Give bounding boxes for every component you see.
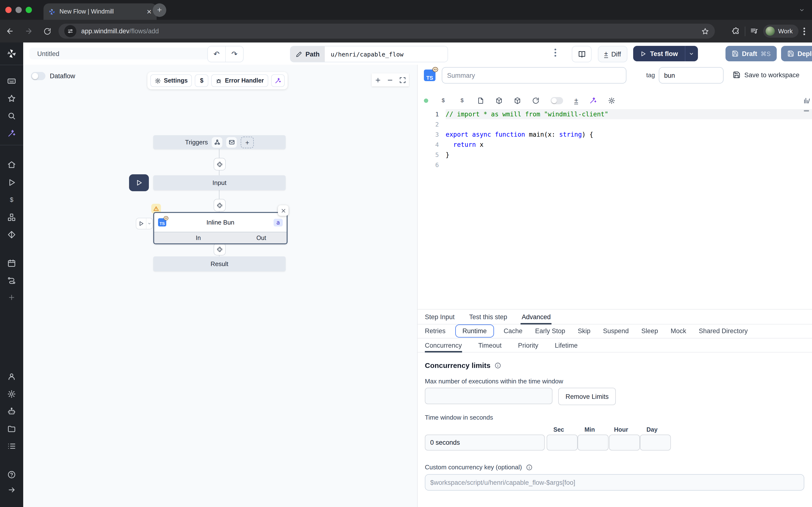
runtime-tab-lifetime[interactable]: Lifetime: [555, 338, 578, 352]
tab-search-chevron-icon[interactable]: [796, 5, 808, 15]
library-icon[interactable]: [803, 97, 811, 104]
path-value[interactable]: u/henri/capable_flow: [325, 46, 448, 62]
unit-input-sec[interactable]: [547, 435, 577, 451]
windmill-logo[interactable]: [0, 48, 23, 59]
package-icon[interactable]: [495, 97, 503, 104]
docs-button[interactable]: [572, 46, 592, 62]
advanced-tab-suspend[interactable]: Suspend: [603, 327, 629, 335]
run-step-chevron-icon[interactable]: [146, 218, 152, 229]
flow-variables-button[interactable]: $: [195, 74, 209, 87]
flow-canvas[interactable]: Dataflow Settings $ Error Handler: [23, 65, 418, 507]
advanced-tab-cache[interactable]: Cache: [504, 327, 522, 335]
variables-icon[interactable]: $: [0, 195, 23, 204]
email-trigger-button[interactable]: [226, 137, 237, 148]
run-flow-play-button[interactable]: [129, 174, 149, 191]
redo-button[interactable]: ↷: [225, 46, 243, 62]
minimize-window-button[interactable]: [15, 7, 22, 13]
tab-test-this-step[interactable]: Test this step: [469, 309, 507, 324]
collapse-sidebar-icon[interactable]: [0, 486, 23, 494]
runtime-tab-concurrency[interactable]: Concurrency: [425, 338, 462, 352]
ai-magic-wand-icon[interactable]: [589, 97, 597, 104]
schedules-icon[interactable]: [0, 259, 23, 268]
keyboard-icon[interactable]: [0, 77, 23, 86]
insert-step-button[interactable]: [214, 158, 226, 170]
max-executions-input[interactable]: [425, 388, 552, 404]
folders-icon[interactable]: [0, 425, 23, 433]
code-line-3[interactable]: 3export async function main(x: string) {: [418, 129, 812, 139]
diff-icon[interactable]: ±: [574, 96, 578, 105]
run-step-split-button[interactable]: [136, 218, 153, 229]
reset-icon[interactable]: [532, 97, 540, 104]
new-tab-button[interactable]: +: [153, 3, 166, 17]
step-in-handle[interactable]: In: [196, 234, 201, 241]
input-node[interactable]: Input: [153, 175, 286, 190]
fit-view-icon[interactable]: [399, 76, 406, 83]
code-line-6[interactable]: 6: [418, 160, 812, 170]
variable-picker-icon[interactable]: $: [439, 97, 447, 104]
code-line-5[interactable]: 5}: [418, 150, 812, 160]
custom-concurrency-key-input[interactable]: [425, 474, 804, 491]
insert-step-button[interactable]: [214, 199, 226, 212]
tab-advanced[interactable]: Advanced: [522, 309, 551, 324]
script-icon[interactable]: [477, 97, 484, 104]
tab-step-input[interactable]: Step Input: [425, 309, 455, 324]
undo-button[interactable]: ↶: [208, 46, 225, 62]
settings-gear-icon[interactable]: [0, 390, 23, 398]
save-draft-button[interactable]: Draft ⌘S: [725, 46, 777, 61]
browser-tab[interactable]: New Flow | Windmill ✕: [44, 3, 157, 20]
tag-input[interactable]: [659, 67, 723, 83]
help-icon[interactable]: [0, 470, 23, 479]
browser-profile-chip[interactable]: Work: [763, 24, 799, 38]
zoom-window-button[interactable]: [26, 7, 32, 13]
diff-button[interactable]: ± Diff: [598, 46, 627, 62]
runs-icon[interactable]: [0, 178, 23, 187]
deploy-button[interactable]: Deploy: [781, 46, 812, 61]
unit-input-min[interactable]: [577, 435, 609, 451]
ai-magic-wand-icon[interactable]: [0, 129, 23, 137]
info-icon[interactable]: [526, 464, 532, 470]
window-controls[interactable]: [5, 7, 32, 13]
test-flow-dropdown[interactable]: [684, 46, 698, 61]
media-controls-icon[interactable]: [750, 27, 758, 35]
routes-icon[interactable]: [0, 276, 23, 285]
runtime-tab-timeout[interactable]: Timeout: [478, 338, 502, 352]
advanced-tab-early-stop[interactable]: Early Stop: [535, 327, 565, 335]
test-flow-button[interactable]: Test flow: [633, 46, 698, 61]
resource-picker-icon[interactable]: $: [458, 97, 466, 104]
scrollbar-thumb[interactable]: [804, 110, 809, 112]
add-trigger-button[interactable]: +: [241, 136, 254, 148]
code-line-2[interactable]: 2: [418, 119, 812, 129]
code-editor[interactable]: 1// import * as wmill from "windmill-cli…: [418, 109, 812, 309]
insert-step-button[interactable]: [214, 243, 226, 256]
step-out-handle[interactable]: Out: [256, 234, 266, 241]
path-field[interactable]: Path u/henri/capable_flow: [290, 46, 448, 62]
site-settings-icon[interactable]: [64, 25, 77, 37]
delete-step-button[interactable]: [278, 205, 289, 216]
zoom-out-icon[interactable]: [387, 76, 394, 83]
advanced-tab-retries[interactable]: Retries: [425, 327, 446, 335]
audit-logs-icon[interactable]: [0, 442, 23, 451]
time-window-input[interactable]: [425, 435, 545, 451]
flow-name-input[interactable]: [30, 48, 214, 59]
reload-icon[interactable]: [44, 27, 51, 35]
runtime-tab-priority[interactable]: Priority: [518, 338, 539, 352]
back-icon[interactable]: [6, 27, 14, 35]
editor-toggle[interactable]: [551, 97, 563, 104]
resources-icon[interactable]: [0, 213, 23, 222]
unit-input-hour[interactable]: [609, 435, 640, 451]
workers-icon[interactable]: [0, 407, 23, 416]
summary-input[interactable]: [442, 67, 626, 83]
save-to-workspace-button[interactable]: Save to workspace: [733, 71, 800, 79]
flow-settings-button[interactable]: Settings: [150, 74, 192, 87]
error-handler-button[interactable]: Error Handler: [211, 74, 268, 87]
home-icon[interactable]: [0, 160, 23, 169]
ai-flow-button[interactable]: [271, 74, 285, 87]
unit-input-day[interactable]: [640, 435, 671, 451]
forward-icon[interactable]: [24, 27, 33, 35]
address-bar[interactable]: app.windmill.dev/flows/add: [58, 24, 715, 39]
dataflow-toggle[interactable]: [31, 72, 45, 80]
package-icon[interactable]: [514, 97, 521, 104]
extensions-icon[interactable]: [732, 27, 740, 35]
advanced-tab-mock[interactable]: Mock: [671, 327, 686, 335]
run-step-play-icon[interactable]: [136, 221, 146, 226]
